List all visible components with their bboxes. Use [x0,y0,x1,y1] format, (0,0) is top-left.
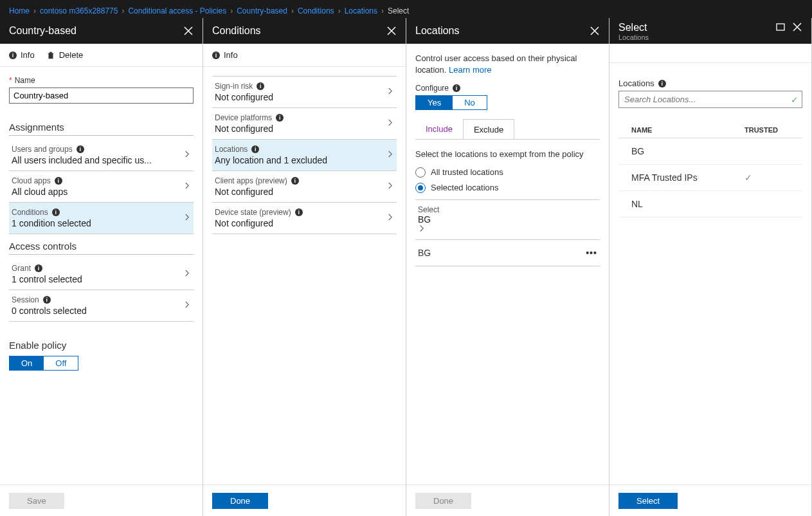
chevron-right-icon [418,225,597,234]
row-sign-in-risk[interactable]: Sign-in riski Not configured [212,77,397,108]
row-conditions[interactable]: Conditionsi 1 condition selected [9,203,194,234]
select-locations-row[interactable]: Select BG [415,199,600,240]
more-icon[interactable]: ••• [586,248,597,258]
toggle-yes[interactable]: Yes [416,96,453,109]
location-row[interactable]: NL [618,191,802,217]
info-icon: i [295,208,303,216]
trusted-check-icon: ✓ [744,172,802,183]
toggle-no[interactable]: No [453,96,487,109]
info-icon: i [251,145,259,153]
blade-title: Conditions [212,25,380,37]
row-client-apps[interactable]: Client apps (preview)i Not configured [212,171,397,203]
info-icon: i [212,51,220,59]
exclude-instruction: Select the locations to exempt from the … [415,149,600,160]
info-icon: i [9,51,17,59]
toggle-on[interactable]: On [10,356,44,370]
close-icon[interactable] [183,26,194,36]
row-locations[interactable]: Locationsi Any location and 1 excluded [212,140,397,171]
radio-icon [415,167,426,178]
toggle-off[interactable]: Off [44,356,78,370]
breadcrumb-link[interactable]: Conditions [298,6,334,15]
chevron-right-icon [386,151,394,160]
info-icon: i [276,114,284,122]
breadcrumb-link[interactable]: Home [9,6,30,15]
tab-include[interactable]: Include [415,119,463,140]
row-grant[interactable]: Granti 1 control selected [9,259,194,290]
breadcrumb-link[interactable]: Country-based [237,6,287,15]
locations-description: Control user access based on their physi… [415,53,600,76]
blade-title: Locations [415,25,583,37]
info-icon: i [35,264,42,272]
breadcrumb-link[interactable]: contoso m365x288775 [40,6,118,15]
row-device-state[interactable]: Device state (preview)i Not configured [212,203,397,234]
breadcrumb-current: Select [388,6,409,15]
info-icon: i [658,80,666,88]
row-session[interactable]: Sessioni 0 controls selected [9,290,194,322]
close-icon[interactable] [792,22,802,32]
maximize-icon[interactable] [775,22,786,32]
info-icon: i [453,84,460,92]
configure-toggle[interactable]: Yes No [415,95,487,110]
info-icon: i [43,296,51,304]
row-users-and-groups[interactable]: Users and groupsi All users included and… [9,140,194,171]
radio-icon [415,183,426,193]
location-row[interactable]: BG [618,138,802,165]
selected-location-item: BG ••• [415,240,600,266]
select-button[interactable]: Select [618,493,678,509]
blade-title: Country-based [9,25,177,37]
chevron-right-icon [386,88,394,97]
close-icon[interactable] [590,26,600,36]
blade-subtitle: Locations [618,33,769,41]
done-button[interactable]: Done [415,493,471,509]
configure-label: Configurei [415,84,600,93]
done-button[interactable]: Done [212,493,268,509]
radio-all-trusted[interactable]: All trusted locations [415,167,600,178]
tab-exclude[interactable]: Exclude [463,119,514,140]
save-button[interactable]: Save [9,493,64,509]
locations-table-header: NAME TRUSTED [618,120,802,138]
chevron-right-icon [386,214,394,223]
delete-button[interactable]: Delete [46,50,84,60]
chevron-right-icon [183,151,191,160]
blade-title: Select [618,22,769,33]
info-icon: i [52,208,60,216]
section-access-controls: Access controls [9,241,194,255]
breadcrumb: Home› contoso m365x288775› Conditional a… [0,4,812,18]
radio-selected-locations[interactable]: Selected locations [415,183,600,193]
info-icon: i [77,145,84,153]
chevron-right-icon [183,214,191,223]
enable-policy-label: Enable policy [9,340,194,351]
trash-icon [46,51,55,60]
row-cloud-apps[interactable]: Cloud appsi All cloud apps [9,171,194,203]
section-assignments: Assignments [9,122,194,136]
breadcrumb-link[interactable]: Conditional access - Policies [128,6,226,15]
breadcrumb-link[interactable]: Locations [345,6,377,15]
chevron-right-icon [183,270,191,279]
close-icon[interactable] [386,26,397,36]
info-icon: i [55,177,62,185]
locations-label: Locationsi [618,78,802,88]
chevron-right-icon [183,182,191,192]
row-device-platforms[interactable]: Device platformsi Not configured [212,108,397,140]
chevron-right-icon [386,119,394,129]
info-button[interactable]: i Info [9,50,35,60]
name-input[interactable] [9,88,194,104]
svg-rect-0 [777,24,784,30]
chevron-right-icon [386,182,394,192]
search-locations-input[interactable] [618,91,802,108]
info-icon: i [291,177,299,185]
name-label: *Name [9,76,194,85]
learn-more-link[interactable]: Learn more [449,65,491,75]
enable-policy-toggle[interactable]: On Off [9,356,78,371]
info-button[interactable]: i Info [212,50,238,60]
location-row[interactable]: MFA Trusted IPs ✓ [618,165,802,191]
info-icon: i [257,82,264,90]
check-icon: ✓ [791,95,798,105]
chevron-right-icon [183,301,191,311]
